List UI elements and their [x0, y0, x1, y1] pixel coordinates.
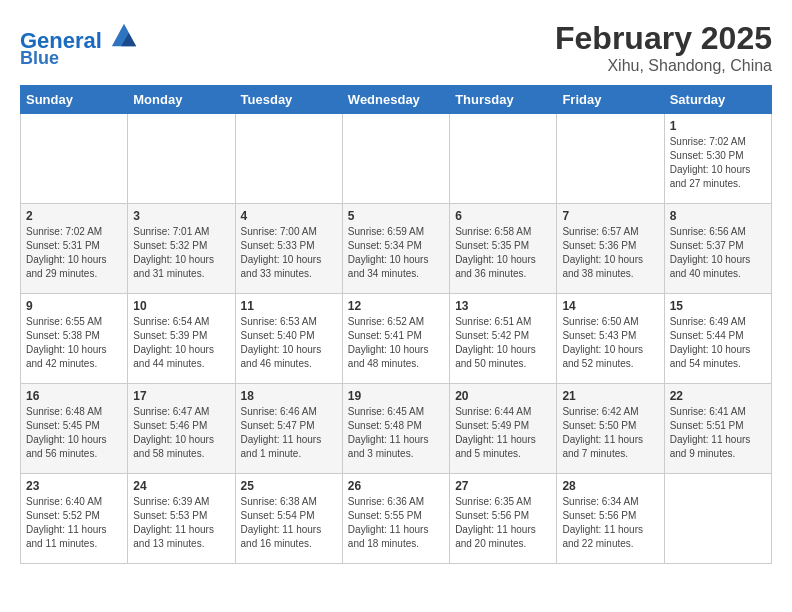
day-info: Sunrise: 6:35 AM Sunset: 5:56 PM Dayligh… — [455, 495, 551, 551]
calendar-cell: 4Sunrise: 7:00 AM Sunset: 5:33 PM Daylig… — [235, 204, 342, 294]
calendar-cell: 16Sunrise: 6:48 AM Sunset: 5:45 PM Dayli… — [21, 384, 128, 474]
day-number: 7 — [562, 209, 658, 223]
calendar-cell — [128, 114, 235, 204]
title-block: February 2025 Xihu, Shandong, China — [555, 20, 772, 75]
calendar-cell: 27Sunrise: 6:35 AM Sunset: 5:56 PM Dayli… — [450, 474, 557, 564]
location-subtitle: Xihu, Shandong, China — [555, 57, 772, 75]
day-info: Sunrise: 6:55 AM Sunset: 5:38 PM Dayligh… — [26, 315, 122, 371]
calendar-cell — [664, 474, 771, 564]
calendar-week-row: 9Sunrise: 6:55 AM Sunset: 5:38 PM Daylig… — [21, 294, 772, 384]
logo: General Blue — [20, 20, 138, 69]
calendar-cell: 9Sunrise: 6:55 AM Sunset: 5:38 PM Daylig… — [21, 294, 128, 384]
day-info: Sunrise: 6:50 AM Sunset: 5:43 PM Dayligh… — [562, 315, 658, 371]
day-info: Sunrise: 7:00 AM Sunset: 5:33 PM Dayligh… — [241, 225, 337, 281]
calendar-week-row: 2Sunrise: 7:02 AM Sunset: 5:31 PM Daylig… — [21, 204, 772, 294]
day-info: Sunrise: 6:38 AM Sunset: 5:54 PM Dayligh… — [241, 495, 337, 551]
day-info: Sunrise: 6:36 AM Sunset: 5:55 PM Dayligh… — [348, 495, 444, 551]
calendar-cell: 18Sunrise: 6:46 AM Sunset: 5:47 PM Dayli… — [235, 384, 342, 474]
calendar-week-row: 23Sunrise: 6:40 AM Sunset: 5:52 PM Dayli… — [21, 474, 772, 564]
calendar-cell — [342, 114, 449, 204]
day-number: 19 — [348, 389, 444, 403]
calendar-cell: 20Sunrise: 6:44 AM Sunset: 5:49 PM Dayli… — [450, 384, 557, 474]
weekday-header-friday: Friday — [557, 86, 664, 114]
day-number: 1 — [670, 119, 766, 133]
calendar-cell: 12Sunrise: 6:52 AM Sunset: 5:41 PM Dayli… — [342, 294, 449, 384]
calendar-table: SundayMondayTuesdayWednesdayThursdayFrid… — [20, 85, 772, 564]
day-number: 9 — [26, 299, 122, 313]
day-info: Sunrise: 6:58 AM Sunset: 5:35 PM Dayligh… — [455, 225, 551, 281]
weekday-header-thursday: Thursday — [450, 86, 557, 114]
day-number: 26 — [348, 479, 444, 493]
day-number: 17 — [133, 389, 229, 403]
day-info: Sunrise: 6:44 AM Sunset: 5:49 PM Dayligh… — [455, 405, 551, 461]
day-info: Sunrise: 6:57 AM Sunset: 5:36 PM Dayligh… — [562, 225, 658, 281]
calendar-cell — [21, 114, 128, 204]
weekday-header-sunday: Sunday — [21, 86, 128, 114]
calendar-cell: 1Sunrise: 7:02 AM Sunset: 5:30 PM Daylig… — [664, 114, 771, 204]
day-number: 25 — [241, 479, 337, 493]
calendar-week-row: 16Sunrise: 6:48 AM Sunset: 5:45 PM Dayli… — [21, 384, 772, 474]
calendar-cell: 14Sunrise: 6:50 AM Sunset: 5:43 PM Dayli… — [557, 294, 664, 384]
calendar-cell — [235, 114, 342, 204]
day-number: 12 — [348, 299, 444, 313]
calendar-cell — [557, 114, 664, 204]
weekday-header-tuesday: Tuesday — [235, 86, 342, 114]
day-info: Sunrise: 7:02 AM Sunset: 5:30 PM Dayligh… — [670, 135, 766, 191]
day-number: 10 — [133, 299, 229, 313]
calendar-cell: 24Sunrise: 6:39 AM Sunset: 5:53 PM Dayli… — [128, 474, 235, 564]
calendar-cell: 23Sunrise: 6:40 AM Sunset: 5:52 PM Dayli… — [21, 474, 128, 564]
calendar-week-row: 1Sunrise: 7:02 AM Sunset: 5:30 PM Daylig… — [21, 114, 772, 204]
day-info: Sunrise: 6:45 AM Sunset: 5:48 PM Dayligh… — [348, 405, 444, 461]
day-number: 21 — [562, 389, 658, 403]
page-header: General Blue February 2025 Xihu, Shandon… — [20, 20, 772, 75]
day-number: 24 — [133, 479, 229, 493]
day-number: 28 — [562, 479, 658, 493]
calendar-cell: 5Sunrise: 6:59 AM Sunset: 5:34 PM Daylig… — [342, 204, 449, 294]
calendar-cell: 11Sunrise: 6:53 AM Sunset: 5:40 PM Dayli… — [235, 294, 342, 384]
day-info: Sunrise: 6:56 AM Sunset: 5:37 PM Dayligh… — [670, 225, 766, 281]
calendar-cell: 3Sunrise: 7:01 AM Sunset: 5:32 PM Daylig… — [128, 204, 235, 294]
calendar-cell: 21Sunrise: 6:42 AM Sunset: 5:50 PM Dayli… — [557, 384, 664, 474]
day-number: 8 — [670, 209, 766, 223]
day-info: Sunrise: 6:52 AM Sunset: 5:41 PM Dayligh… — [348, 315, 444, 371]
weekday-header-wednesday: Wednesday — [342, 86, 449, 114]
day-info: Sunrise: 6:51 AM Sunset: 5:42 PM Dayligh… — [455, 315, 551, 371]
calendar-cell: 17Sunrise: 6:47 AM Sunset: 5:46 PM Dayli… — [128, 384, 235, 474]
day-number: 5 — [348, 209, 444, 223]
calendar-cell: 6Sunrise: 6:58 AM Sunset: 5:35 PM Daylig… — [450, 204, 557, 294]
day-info: Sunrise: 7:01 AM Sunset: 5:32 PM Dayligh… — [133, 225, 229, 281]
day-number: 11 — [241, 299, 337, 313]
day-info: Sunrise: 6:40 AM Sunset: 5:52 PM Dayligh… — [26, 495, 122, 551]
day-info: Sunrise: 6:54 AM Sunset: 5:39 PM Dayligh… — [133, 315, 229, 371]
calendar-cell: 8Sunrise: 6:56 AM Sunset: 5:37 PM Daylig… — [664, 204, 771, 294]
weekday-header-row: SundayMondayTuesdayWednesdayThursdayFrid… — [21, 86, 772, 114]
month-title: February 2025 — [555, 20, 772, 57]
weekday-header-monday: Monday — [128, 86, 235, 114]
day-info: Sunrise: 6:46 AM Sunset: 5:47 PM Dayligh… — [241, 405, 337, 461]
weekday-header-saturday: Saturday — [664, 86, 771, 114]
calendar-cell: 26Sunrise: 6:36 AM Sunset: 5:55 PM Dayli… — [342, 474, 449, 564]
day-number: 14 — [562, 299, 658, 313]
day-number: 6 — [455, 209, 551, 223]
calendar-cell: 7Sunrise: 6:57 AM Sunset: 5:36 PM Daylig… — [557, 204, 664, 294]
calendar-cell — [450, 114, 557, 204]
day-info: Sunrise: 6:42 AM Sunset: 5:50 PM Dayligh… — [562, 405, 658, 461]
day-number: 16 — [26, 389, 122, 403]
day-info: Sunrise: 6:47 AM Sunset: 5:46 PM Dayligh… — [133, 405, 229, 461]
day-info: Sunrise: 6:39 AM Sunset: 5:53 PM Dayligh… — [133, 495, 229, 551]
calendar-cell: 10Sunrise: 6:54 AM Sunset: 5:39 PM Dayli… — [128, 294, 235, 384]
calendar-cell: 19Sunrise: 6:45 AM Sunset: 5:48 PM Dayli… — [342, 384, 449, 474]
day-info: Sunrise: 6:34 AM Sunset: 5:56 PM Dayligh… — [562, 495, 658, 551]
day-number: 23 — [26, 479, 122, 493]
day-info: Sunrise: 7:02 AM Sunset: 5:31 PM Dayligh… — [26, 225, 122, 281]
calendar-cell: 28Sunrise: 6:34 AM Sunset: 5:56 PM Dayli… — [557, 474, 664, 564]
day-info: Sunrise: 6:53 AM Sunset: 5:40 PM Dayligh… — [241, 315, 337, 371]
day-info: Sunrise: 6:59 AM Sunset: 5:34 PM Dayligh… — [348, 225, 444, 281]
day-info: Sunrise: 6:41 AM Sunset: 5:51 PM Dayligh… — [670, 405, 766, 461]
calendar-cell: 22Sunrise: 6:41 AM Sunset: 5:51 PM Dayli… — [664, 384, 771, 474]
day-number: 20 — [455, 389, 551, 403]
day-number: 22 — [670, 389, 766, 403]
logo-icon — [110, 20, 138, 48]
calendar-cell: 2Sunrise: 7:02 AM Sunset: 5:31 PM Daylig… — [21, 204, 128, 294]
day-info: Sunrise: 6:48 AM Sunset: 5:45 PM Dayligh… — [26, 405, 122, 461]
